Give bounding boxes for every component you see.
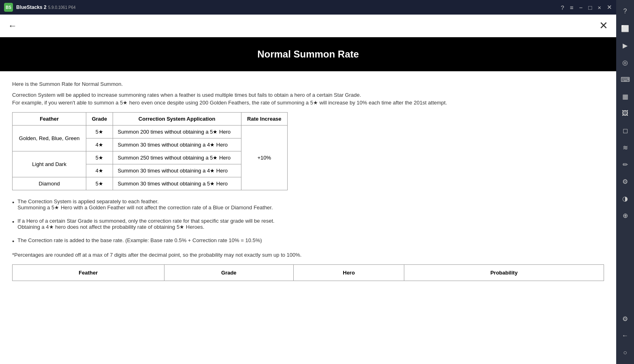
bottom-table: Feather Grade Hero Probability (12, 264, 604, 281)
bullet-dot-1: • (12, 199, 14, 206)
help-button[interactable]: ? (561, 4, 564, 11)
sidebar-icon-layers[interactable]: ≋ (618, 140, 632, 155)
condition-1: Summon 200 times without obtaining a 5★ … (113, 126, 241, 138)
table-row: Golden, Red, Blue, Green 5★ Summon 200 t… (13, 126, 288, 138)
grade-4star-1: 4★ (86, 138, 113, 151)
app-frame: BS BlueStacks 2 5.9.0.1061 P64 ? ≡ − □ ×… (0, 0, 616, 364)
page-header: Normal Summon Rate (0, 37, 616, 71)
extra-close-button[interactable]: ✕ (607, 4, 612, 11)
feather-light-dark: Light and Dark (13, 151, 86, 177)
bullet-dot-3: • (12, 238, 14, 245)
grade-5star-1: 5★ (86, 126, 113, 138)
col-correction: Correction System Application (113, 113, 241, 126)
sidebar-icon-play[interactable]: ▶ (618, 38, 632, 53)
col-feather: Feather (13, 113, 86, 126)
condition-2: Summon 30 times without obtaining a 4★ H… (113, 138, 241, 151)
app-version: 5.9.0.1061 P64 (48, 5, 76, 10)
condition-4: Summon 30 times without obtaining a 4★ H… (113, 164, 241, 177)
bullet-3-line1: The Correction rate is added to the base… (17, 237, 262, 243)
sidebar-icon-camera[interactable]: ◎ (618, 55, 632, 70)
bullet-text-2: If a Hero of a certain Star Grade is sum… (17, 218, 274, 230)
correction-line1: Correction System will be applied to inc… (12, 92, 604, 98)
sidebar-icon-settings-bottom[interactable]: ⚙ (618, 311, 632, 326)
sidebar-icon-circle[interactable]: ○ (618, 345, 632, 360)
bottom-col-hero: Hero (294, 265, 404, 281)
bottom-col-feather: Feather (13, 265, 164, 281)
bullet-1-line2: Summoning a 5★ Hero with a Golden Feathe… (17, 204, 273, 211)
bullet-2-line1: If a Hero of a certain Star Grade is sum… (17, 218, 274, 224)
sidebar-icon-square[interactable]: ◻ (618, 123, 632, 138)
close-titlebar-button[interactable]: × (598, 4, 601, 11)
sidebar-icon-2[interactable]: ⬜ (618, 21, 632, 36)
bullet-text-1: The Correction System is applied separat… (17, 198, 273, 211)
sidebar-icon-back[interactable]: ← (618, 328, 632, 343)
sidebar-icon-edit[interactable]: ✏ (618, 157, 632, 172)
condition-5: Summon 30 times without obtaining a 5★ H… (113, 177, 241, 190)
sidebar-icon-photo[interactable]: 🖼 (618, 106, 632, 121)
feather-diamond: Diamond (13, 177, 86, 190)
maximize-button[interactable]: □ (588, 4, 592, 11)
menu-button[interactable]: ≡ (570, 4, 574, 11)
bullet-dot-2: • (12, 218, 14, 225)
sidebar-icon-plus[interactable]: ⊕ (618, 208, 632, 223)
bullet-item-2: • If a Hero of a certain Star Grade is s… (12, 218, 604, 230)
correction-line2: For example, if you weren't able to summ… (12, 100, 604, 106)
close-button[interactable]: ✕ (599, 19, 608, 32)
bullet-text-3: The Correction rate is added to the base… (17, 237, 262, 243)
right-sidebar: ? ⬜ ▶ ◎ ⌨ ▦ 🖼 ◻ ≋ ✏ ⚙ ◑ ⊕ ⚙ ← ○ (616, 0, 634, 364)
condition-3: Summon 250 times without obtaining a 5★ … (113, 151, 241, 164)
bullet-item-3: • The Correction rate is added to the ba… (12, 237, 604, 245)
back-button[interactable]: ← (8, 21, 17, 31)
rate-increase: +10% (241, 126, 287, 190)
bottom-col-grade: Grade (164, 265, 294, 281)
bullet-1-line1: The Correction System is applied separat… (17, 198, 273, 204)
grade-5star-2: 5★ (86, 151, 113, 164)
bullet-item-1: • The Correction System is applied separ… (12, 198, 604, 211)
sidebar-icon-half[interactable]: ◑ (618, 191, 632, 206)
bottom-col-probability: Probability (404, 265, 604, 281)
nav-bar: ← ✕ (0, 15, 616, 37)
sidebar-icon-grid[interactable]: ▦ (618, 89, 632, 104)
footnote: *Percentages are rounded off at a max of… (12, 252, 604, 258)
content-area: Here is the Summon Rate for Normal Summo… (0, 71, 616, 364)
sidebar-icon-settings-top[interactable]: ⚙ (618, 174, 632, 189)
rate-table: Feather Grade Correction System Applicat… (12, 112, 288, 190)
bullet-2-line2: Obtaining a 4★ hero does not affect the … (17, 224, 274, 230)
intro-text: Here is the Summon Rate for Normal Summo… (12, 81, 604, 87)
sidebar-icon-keyboard[interactable]: ⌨ (618, 72, 632, 87)
grade-5star-3: 5★ (86, 177, 113, 190)
app-logo: BS (4, 3, 13, 12)
col-rate: Rate Increase (241, 113, 287, 126)
title-bar: BS BlueStacks 2 5.9.0.1061 P64 ? ≡ − □ ×… (0, 0, 616, 15)
feather-golden: Golden, Red, Blue, Green (13, 126, 86, 151)
grade-4star-2: 4★ (86, 164, 113, 177)
minimize-button[interactable]: − (579, 4, 583, 11)
col-grade: Grade (86, 113, 113, 126)
bullet-section: • The Correction System is applied separ… (12, 198, 604, 245)
page-title: Normal Summon Rate (257, 49, 359, 60)
sidebar-icon-1[interactable]: ? (618, 4, 632, 19)
app-title: BlueStacks 2 (16, 4, 47, 10)
